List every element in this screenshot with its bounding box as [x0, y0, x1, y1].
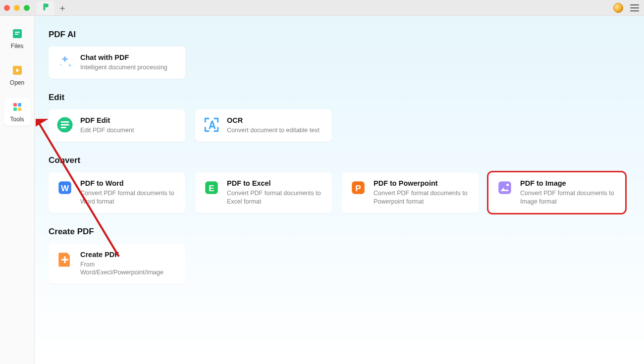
- row-pdf-ai: Chat with PDF Intelligent document proce…: [49, 47, 630, 79]
- edit-icon: [56, 116, 73, 133]
- excel-icon: E: [203, 179, 220, 196]
- card-title: Create PDF: [80, 251, 177, 259]
- sidebar-item-open[interactable]: Open: [4, 61, 31, 89]
- row-edit: PDF Edit Edit PDF document OCR Convert d…: [49, 109, 630, 142]
- app-logo-icon: [41, 2, 50, 13]
- window-controls: [4, 5, 30, 11]
- close-window[interactable]: [4, 5, 10, 11]
- sidebar-item-files[interactable]: Files: [4, 25, 31, 52]
- sidebar-item-label: Files: [11, 43, 23, 50]
- card-desc: Convert PDF format documents to Powerpoi…: [374, 189, 471, 206]
- svg-rect-6: [18, 103, 21, 106]
- card-pdf-edit[interactable]: PDF Edit Edit PDF document: [49, 109, 185, 142]
- tools-icon: [11, 101, 23, 113]
- maximize-window[interactable]: [24, 5, 30, 11]
- card-title: PDF to Word: [80, 179, 177, 187]
- open-icon: [11, 64, 23, 76]
- section-title-create: Create PDF: [49, 227, 630, 237]
- svg-text:E: E: [209, 184, 214, 193]
- card-title: PDF to Image: [520, 179, 617, 187]
- sparkle-icon: [56, 53, 73, 70]
- card-desc: Convert document to editable text: [227, 126, 320, 135]
- row-create: Create PDF From Word/Execl/Powerpoint/Im…: [49, 244, 630, 284]
- card-desc: Intelligent document processing: [80, 63, 167, 72]
- svg-rect-7: [13, 107, 17, 111]
- user-avatar[interactable]: [613, 3, 623, 13]
- ocr-icon: [203, 116, 220, 133]
- card-desc: Convert PDF format documents to Word for…: [80, 189, 177, 206]
- card-title: PDF to Powerpoint: [374, 179, 471, 187]
- new-tab-button[interactable]: ＋: [54, 1, 70, 15]
- card-title: PDF Edit: [80, 116, 134, 124]
- menu-icon[interactable]: [630, 4, 639, 11]
- card-pdf-to-powerpoint[interactable]: P PDF to Powerpoint Convert PDF format d…: [342, 172, 479, 213]
- row-convert: W PDF to Word Convert PDF format documen…: [49, 172, 630, 213]
- card-pdf-to-excel[interactable]: E PDF to Excel Convert PDF format docume…: [195, 172, 332, 213]
- current-tab[interactable]: [37, 1, 54, 15]
- sidebar-item-label: Tools: [10, 116, 24, 123]
- svg-rect-2: [15, 34, 18, 35]
- titlebar-right: [613, 0, 639, 16]
- svg-rect-8: [18, 107, 21, 111]
- section-title-edit: Edit: [49, 93, 630, 103]
- main-content: PDF AI Chat with PDF Intelligent documen…: [35, 16, 644, 364]
- card-desc: From Word/Execl/Powerpoint/Image: [80, 260, 177, 277]
- card-title: PDF to Excel: [227, 179, 324, 187]
- powerpoint-icon: P: [350, 179, 367, 196]
- create-pdf-icon: [56, 251, 73, 267]
- card-pdf-to-word[interactable]: W PDF to Word Convert PDF format documen…: [49, 172, 185, 213]
- svg-text:P: P: [355, 184, 361, 193]
- section-title-pdf-ai: PDF AI: [49, 30, 630, 40]
- card-ocr[interactable]: OCR Convert document to editable text: [195, 109, 332, 142]
- section-title-convert: Convert: [49, 156, 630, 165]
- sidebar: Files Open Tools: [0, 16, 35, 364]
- files-icon: [11, 28, 23, 40]
- card-desc: Convert PDF format documents to Excel fo…: [227, 189, 324, 206]
- minimize-window[interactable]: [14, 5, 20, 11]
- svg-text:W: W: [61, 184, 69, 193]
- card-create-pdf[interactable]: Create PDF From Word/Execl/Powerpoint/Im…: [49, 244, 185, 284]
- card-desc: Convert PDF format documents to Image fo…: [520, 189, 617, 206]
- svg-point-17: [506, 184, 509, 186]
- card-chat-with-pdf[interactable]: Chat with PDF Intelligent document proce…: [49, 47, 185, 79]
- titlebar: ＋: [0, 0, 644, 16]
- svg-rect-16: [498, 181, 511, 194]
- card-desc: Edit PDF document: [80, 126, 134, 135]
- sidebar-item-tools[interactable]: Tools: [4, 98, 31, 126]
- svg-rect-5: [13, 103, 17, 106]
- image-icon: [496, 179, 513, 196]
- card-title: Chat with PDF: [80, 53, 167, 61]
- card-pdf-to-image[interactable]: PDF to Image Convert PDF format document…: [488, 172, 625, 213]
- svg-rect-1: [15, 32, 20, 33]
- card-title: OCR: [227, 116, 320, 124]
- sidebar-item-label: Open: [10, 79, 24, 86]
- word-icon: W: [56, 179, 73, 196]
